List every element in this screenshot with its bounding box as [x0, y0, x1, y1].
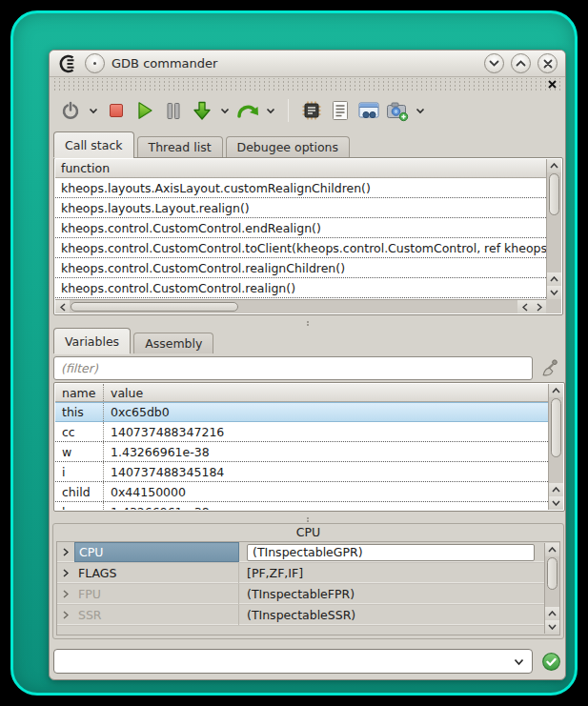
top-tabbar: Call stack Thread list Debugee options: [53, 131, 353, 157]
clear-filter-button[interactable]: [538, 354, 561, 381]
tab-thread-list[interactable]: Thread list: [137, 136, 223, 157]
call-stack-panel: function kheops.layouts.AxisLayout.custo…: [53, 157, 563, 315]
scroll-left-button-2[interactable]: [517, 300, 532, 313]
tab-label: Debugee options: [237, 140, 339, 154]
chevron-down-icon: [489, 60, 499, 67]
dock-close-icon: [548, 80, 557, 89]
variables-vertical-scrollbar[interactable]: [548, 384, 563, 510]
watch-window-button[interactable]: [357, 97, 380, 124]
gdb-command-combobox[interactable]: [53, 649, 533, 674]
target-chip-button[interactable]: [300, 97, 323, 124]
pause-button[interactable]: [162, 97, 185, 124]
scroll-up-button-2[interactable]: [549, 483, 563, 496]
cpu-groupbox: CPU CPU (TInspectableGPR) FLAGS [PF,ZF,I…: [52, 523, 564, 639]
variable-value: 1.43266961e-38: [104, 502, 210, 510]
scroll-right-button[interactable]: [532, 300, 546, 313]
variable-row[interactable]: this 0xc65db0: [55, 402, 548, 422]
scroll-thumb[interactable]: [71, 302, 238, 312]
frame-function: kheops.control.CustomControl.endRealign(…: [61, 221, 321, 235]
callstack-vertical-scrollbar[interactable]: [546, 159, 561, 299]
scroll-up-button-2[interactable]: [545, 607, 559, 620]
output-list-button[interactable]: [329, 97, 352, 124]
dock-handle-bar[interactable]: [51, 78, 563, 91]
variable-row[interactable]: w 1.43266961e-38: [55, 442, 548, 462]
variable-value: 0x44150000: [104, 482, 186, 501]
callstack-row[interactable]: kheops.control.CustomControl.realign(): [55, 278, 546, 298]
window-title: GDB commander: [112, 56, 217, 71]
tab-call-stack[interactable]: Call stack: [53, 131, 134, 157]
maximize-button[interactable]: [511, 53, 531, 73]
frame-function: kheops.layouts.Layout.realign(): [61, 201, 250, 215]
cpu-row[interactable]: CPU (TInspectableGPR): [57, 542, 544, 563]
frame-function: kheops.layouts.AxisLayout.customRealignC…: [61, 181, 371, 195]
dock-pin-button[interactable]: [85, 53, 105, 73]
step-into-dropdown-button[interactable]: [219, 97, 231, 124]
chevron-up-icon: [548, 611, 557, 616]
run-button[interactable]: [133, 97, 156, 124]
cpu-vertical-scrollbar[interactable]: [544, 543, 559, 634]
power-button[interactable]: [59, 97, 82, 124]
filter-input[interactable]: [53, 356, 533, 380]
dock-close-button[interactable]: [547, 80, 558, 89]
variables-header[interactable]: name value: [55, 384, 548, 402]
titlebar[interactable]: GDB commander: [50, 50, 565, 77]
chevron-up-icon: [552, 388, 560, 393]
close-icon: [543, 59, 553, 69]
scroll-down-button[interactable]: [547, 286, 561, 299]
variable-row[interactable]: i 140737488345184: [55, 462, 548, 482]
variable-row[interactable]: child 0x44150000: [55, 482, 548, 502]
step-into-button[interactable]: [191, 97, 213, 124]
callstack-row[interactable]: kheops.layouts.Layout.realign(): [55, 198, 546, 218]
splitter-handle[interactable]: [53, 514, 561, 522]
scroll-up-button[interactable]: [545, 543, 559, 556]
register-value: (TInspectableFPR): [239, 584, 544, 604]
combo-chevron-down-icon[interactable]: [514, 658, 524, 666]
step-over-button[interactable]: [236, 97, 259, 124]
chevron-down-icon: [220, 108, 230, 114]
register-value: (TInspectableSSR): [239, 605, 544, 625]
scroll-thumb[interactable]: [551, 398, 561, 457]
column-name-label: name: [62, 386, 95, 400]
register-name: SSR: [74, 605, 239, 625]
register-value-editor[interactable]: (TInspectableGPR): [247, 544, 535, 561]
tab-variables[interactable]: Variables: [53, 328, 131, 353]
command-input[interactable]: [54, 650, 532, 673]
scroll-up-button[interactable]: [549, 384, 563, 397]
command-row: [53, 649, 561, 674]
scroll-down-button[interactable]: [545, 620, 559, 634]
variable-row[interactable]: cc 140737488347216: [55, 422, 548, 442]
cpu-row[interactable]: FLAGS [PF,ZF,IF]: [57, 563, 544, 584]
callstack-row[interactable]: kheops.control.CustomControl.realignChil…: [55, 258, 546, 278]
cpu-row[interactable]: SSR (TInspectableSSR): [57, 605, 544, 626]
callstack-row[interactable]: kheops.layouts.AxisLayout.customRealignC…: [55, 178, 546, 198]
chevron-left-icon: [60, 303, 66, 312]
tab-debugee-options[interactable]: Debugee options: [226, 136, 351, 157]
scroll-up-button[interactable]: [547, 159, 561, 172]
variable-name: cc: [55, 422, 104, 441]
snapshot-dropdown-button[interactable]: [415, 97, 426, 124]
power-dropdown-button[interactable]: [88, 97, 99, 124]
scroll-down-button[interactable]: [549, 496, 563, 510]
tab-label: Variables: [65, 334, 119, 349]
chevron-up-icon: [548, 547, 557, 553]
step-over-dropdown-button[interactable]: [265, 97, 276, 124]
snapshot-add-button[interactable]: [386, 97, 409, 124]
scroll-thumb[interactable]: [549, 173, 559, 215]
variable-row[interactable]: h 1.43266961e-38: [55, 502, 548, 510]
minimize-button[interactable]: [484, 53, 504, 73]
scroll-thumb[interactable]: [547, 557, 558, 590]
tab-label: Thread list: [149, 140, 212, 154]
close-button[interactable]: [537, 53, 558, 73]
splitter-handle[interactable]: [53, 317, 561, 326]
send-command-button[interactable]: [541, 652, 561, 672]
callstack-row[interactable]: kheops.control.CustomControl.toClient(kh…: [55, 238, 546, 258]
scroll-left-button[interactable]: [55, 300, 70, 313]
callstack-row[interactable]: kheops.control.CustomControl.endRealign(…: [55, 218, 546, 238]
scroll-up-button-2[interactable]: [547, 272, 561, 286]
stop-button[interactable]: [105, 97, 128, 124]
callstack-horizontal-scrollbar[interactable]: [55, 299, 546, 313]
tab-assembly[interactable]: Assembly: [133, 333, 213, 353]
cpu-row[interactable]: FPU (TInspectableFPR): [57, 584, 544, 605]
callstack-column-header[interactable]: function: [55, 159, 546, 178]
frame-function: kheops.control.CustomControl.realignChil…: [61, 261, 345, 275]
